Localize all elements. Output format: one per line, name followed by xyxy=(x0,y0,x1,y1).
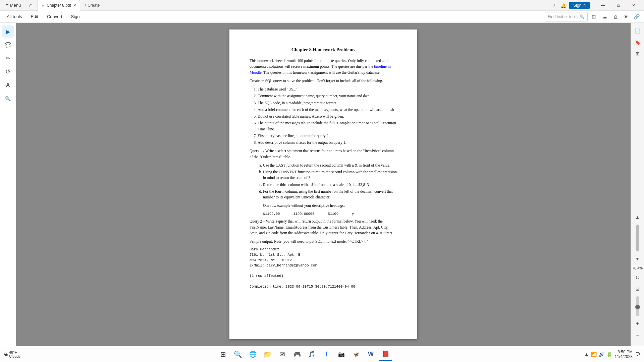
requirements-list: The database used "USE" Comment with the… xyxy=(258,86,397,145)
app1-button[interactable]: 🦋 xyxy=(350,348,363,361)
home-icon: ⌂ xyxy=(29,2,33,8)
main-area: ▶ 💬 ✏ ↺ A 🔍 Chapter 8 Homework Problems … xyxy=(0,23,644,346)
menu-button[interactable]: ≡ Menu xyxy=(3,1,24,9)
req-3: The SQL code, in a readable, programmati… xyxy=(258,100,397,106)
tab-title: Chapter 8.pdf xyxy=(47,3,71,8)
find-label: Find text or tools xyxy=(548,14,578,19)
fit-page-icon[interactable]: ⊡ xyxy=(632,284,643,294)
query2-text: Query 2 – Write a query that will return… xyxy=(250,219,397,236)
cursor-tool[interactable]: ▶ xyxy=(2,25,14,38)
zoom-in-button[interactable]: + xyxy=(632,318,643,329)
q1-c: Return the third column with a $ in fron… xyxy=(263,182,397,188)
file-explorer-button[interactable]: 📁 xyxy=(261,348,274,361)
req-7: First query has one line, all output for… xyxy=(258,133,397,139)
help-icon[interactable]: ? xyxy=(550,2,557,9)
volume-icon[interactable]: 🔊 xyxy=(599,352,604,357)
window-controls: — ⧉ ✕ xyxy=(595,0,641,11)
pdf-intro: This homework sheet is worth 100 points … xyxy=(250,58,397,75)
close-button[interactable]: ✕ xyxy=(626,0,641,11)
edit-menu[interactable]: Edit xyxy=(27,12,42,21)
taskbar-left: 🌥 48°F Cloudy xyxy=(4,350,24,358)
zoom-slider-thumb[interactable] xyxy=(635,305,640,309)
scroll-down-button[interactable]: ▼ xyxy=(632,253,643,264)
search-tool[interactable]: 🔍 xyxy=(2,93,14,105)
find-bar[interactable]: Find text or tools 🔍 xyxy=(545,12,588,21)
taskbar-center: ⊞ 🔍 🌐 📁 ✉ 🎮 🎵 f 📷 🦋 W 📕 xyxy=(24,348,584,361)
game-button[interactable]: 🎮 xyxy=(290,348,304,361)
menubar: All tools Edit Convert Sign Find text or… xyxy=(0,11,644,23)
pdf-area[interactable]: Chapter 8 Homework Problems This homewor… xyxy=(16,23,631,346)
battery-icon[interactable]: 🔋 xyxy=(606,352,612,357)
pdf-task-intro: Create an SQL query to solve the problem… xyxy=(250,78,397,84)
right-sidebar: 📄 🔖 ⊞ ▲ ▼ 78.4% ↻ ⊡ + − xyxy=(631,23,644,346)
word-button[interactable]: W xyxy=(364,348,378,361)
scroll-up-button[interactable]: ▲ xyxy=(632,212,643,223)
req-4: Add a brief comment for each of the main… xyxy=(258,107,397,113)
pdf-tab[interactable]: ★ Chapter 8.pdf ✕ xyxy=(38,0,80,11)
pdf-title: Chapter 8 Homework Problems xyxy=(250,46,397,53)
wifi-icon[interactable]: 📶 xyxy=(591,352,597,357)
sign-in-button[interactable]: Sign in xyxy=(569,2,590,9)
system-icons: ▲ 📶 🔊 🔋 xyxy=(584,352,612,357)
draw-tool[interactable]: ✏ xyxy=(2,52,14,64)
zoom-level: 78.4% xyxy=(632,266,643,270)
convert-menu[interactable]: Convert xyxy=(43,12,66,21)
clock[interactable]: 8:50 PM 11/4/2023 xyxy=(615,350,633,359)
weather-desc: Cloudy xyxy=(9,354,20,358)
tab-star-icon: ★ xyxy=(41,3,45,8)
q1-a: Use the CAST function to return the seco… xyxy=(263,163,397,168)
restore-button[interactable]: ⧉ xyxy=(610,0,626,11)
save-icon[interactable]: ⊡ xyxy=(589,12,598,21)
all-tools-menu[interactable]: All tools xyxy=(3,12,26,21)
start-button[interactable]: ⊞ xyxy=(217,348,230,361)
ex-col2: 1199.00000 xyxy=(293,212,314,217)
instagram-button[interactable]: 📷 xyxy=(335,348,348,361)
tab-close-button[interactable]: ✕ xyxy=(73,3,76,8)
search-button[interactable]: 🔍 xyxy=(231,348,245,361)
zoom-out-button[interactable]: − xyxy=(632,330,643,341)
refresh-icon[interactable]: ↻ xyxy=(632,272,643,283)
ex-col4: γ xyxy=(352,212,354,217)
titlebar-right: ? 🔔 Sign in — ⧉ ✕ xyxy=(550,0,641,11)
sign-menu[interactable]: Sign xyxy=(67,12,84,21)
scroll-thumb[interactable] xyxy=(636,225,639,251)
new-tab-button[interactable]: + Create xyxy=(82,2,102,9)
text-tool[interactable]: A xyxy=(2,79,14,91)
tiktok-button[interactable]: 🎵 xyxy=(305,348,319,361)
cloud-icon[interactable]: ☁ xyxy=(600,12,609,21)
facebook-button[interactable]: f xyxy=(320,348,333,361)
bookmark-icon[interactable]: 🔖 xyxy=(632,37,643,48)
new-tab-label: + Create xyxy=(84,3,100,8)
menu-label: Menu xyxy=(10,3,21,8)
thumbnail-icon[interactable]: 📄 xyxy=(632,25,643,36)
weather-icon: 🌥 xyxy=(4,352,8,356)
example-row: &1199.00 1199.00000 $1199 γ xyxy=(263,212,397,217)
grid-icon[interactable]: ⊞ xyxy=(632,48,643,59)
left-sidebar: ▶ 💬 ✏ ↺ A 🔍 xyxy=(0,23,16,346)
print-icon[interactable]: 🖨 xyxy=(610,12,620,21)
taskbar: 🌥 48°F Cloudy ⊞ 🔍 🌐 📁 ✉ 🎮 🎵 f 📷 🦋 W 📕 ▲ … xyxy=(0,346,644,362)
find-icon: 🔍 xyxy=(580,14,585,19)
acrobat-button[interactable]: 📕 xyxy=(379,348,392,361)
link-icon[interactable]: 🔗 xyxy=(632,12,641,21)
minimize-button[interactable]: — xyxy=(595,0,610,11)
view-icon[interactable]: 👁 xyxy=(621,12,631,21)
q1-d: For the fourth column, using the first n… xyxy=(263,189,397,200)
req-2: Comment with the assignment name, query … xyxy=(258,93,397,99)
zoom-slider[interactable] xyxy=(636,296,639,316)
home-tab[interactable]: ⌂ xyxy=(25,0,36,11)
weather-info: 48°F Cloudy xyxy=(9,350,20,358)
browser-button[interactable]: 🌐 xyxy=(246,348,260,361)
mail-button[interactable]: ✉ xyxy=(276,348,289,361)
example-label: One row example without your descriptive… xyxy=(263,203,397,208)
time: 8:50 PM xyxy=(615,350,633,354)
bell-icon[interactable]: 🔔 xyxy=(560,2,567,9)
comment-tool[interactable]: 💬 xyxy=(2,39,14,51)
network-icon[interactable]: ▲ xyxy=(584,352,589,357)
ex-col1: &1199.00 xyxy=(263,212,280,217)
date: 11/4/2023 xyxy=(615,354,633,359)
notification-button[interactable]: 🗨 xyxy=(635,352,640,357)
req-5: Do not use correlated table names. A zer… xyxy=(258,114,397,119)
weather-widget[interactable]: 🌥 48°F Cloudy xyxy=(4,350,20,358)
rotate-tool[interactable]: ↺ xyxy=(2,66,14,78)
